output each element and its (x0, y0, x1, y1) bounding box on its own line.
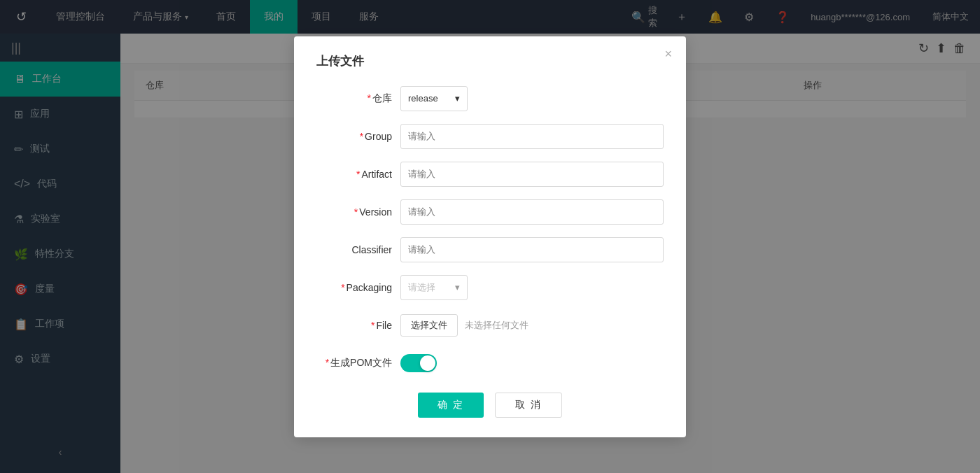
form-row-version: *Version (316, 199, 664, 225)
choose-file-button[interactable]: 选择文件 (400, 314, 458, 337)
form-row-classifier: Classifier (316, 237, 664, 262)
form-row-packaging: *Packaging 请选择 ▾ (316, 275, 664, 300)
artifact-input[interactable] (400, 162, 664, 187)
classifier-input[interactable] (400, 237, 664, 262)
version-label: *Version (316, 206, 400, 218)
form-row-warehouse: *仓库 release ▾ (316, 86, 664, 111)
form-row-file: *File 选择文件 未选择任何文件 (316, 313, 664, 338)
packaging-arrow-icon: ▾ (455, 282, 460, 292)
classifier-label: Classifier (316, 244, 400, 255)
form-row-pom: *生成POM文件 (316, 351, 664, 376)
pom-label: *生成POM文件 (316, 357, 400, 369)
form-row-group: *Group (316, 124, 664, 149)
packaging-label: *Packaging (316, 282, 400, 293)
file-label: *File (316, 320, 400, 331)
version-input[interactable] (400, 199, 664, 225)
pom-toggle-wrap (400, 354, 437, 372)
cancel-button[interactable]: 取 消 (495, 393, 562, 418)
dialog-close-button[interactable]: × (664, 48, 672, 60)
upload-dialog: 上传文件 × *仓库 release ▾ *Group *Artifact (294, 36, 686, 437)
modal-overlay: 上传文件 × *仓库 release ▾ *Group *Artifact (0, 0, 980, 473)
dialog-title: 上传文件 (316, 53, 664, 69)
file-upload-area: 选择文件 未选择任何文件 (400, 314, 528, 337)
group-label: *Group (316, 131, 400, 142)
pom-toggle[interactable] (400, 354, 437, 372)
packaging-select[interactable]: 请选择 ▾ (400, 275, 468, 300)
group-input[interactable] (400, 124, 664, 149)
warehouse-label: *仓库 (316, 92, 400, 105)
form-row-artifact: *Artifact (316, 162, 664, 187)
file-hint: 未选择任何文件 (465, 319, 528, 332)
dialog-footer: 确 定 取 消 (316, 393, 664, 418)
confirm-button[interactable]: 确 定 (418, 393, 484, 418)
toggle-knob (420, 355, 435, 371)
warehouse-select[interactable]: release ▾ (400, 86, 468, 111)
artifact-label: *Artifact (316, 169, 400, 180)
warehouse-arrow-icon: ▾ (455, 93, 460, 104)
